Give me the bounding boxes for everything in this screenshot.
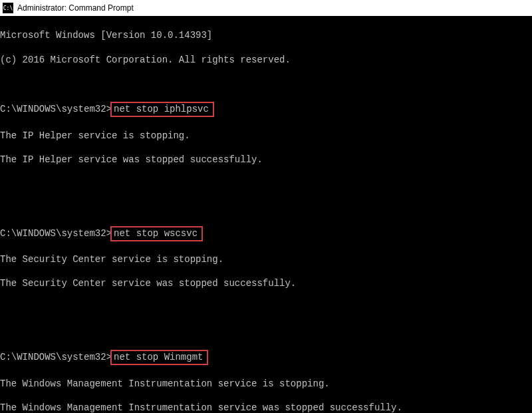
prompt-line: C:\WINDOWS\system32>net stop iphlpsvc	[0, 102, 532, 117]
prompt: C:\WINDOWS\system32>	[0, 228, 112, 239]
prompt: C:\WINDOWS\system32>	[0, 352, 112, 362]
prompt-line: C:\WINDOWS\system32>net stop wscsvc	[0, 226, 532, 241]
console-line: The IP Helper service is stopping.	[0, 130, 532, 142]
console-line: (c) 2016 Microsoft Corporation. All righ…	[0, 54, 532, 66]
command-highlight: net stop iphlpsvc	[110, 102, 214, 117]
prompt-line: C:\WINDOWS\system32>net stop Winmgmt	[0, 350, 532, 365]
command-highlight: net stop Winmgmt	[110, 350, 208, 365]
console-output[interactable]: Microsoft Windows [Version 10.0.14393] (…	[0, 16, 532, 413]
command-highlight: net stop wscsvc	[110, 226, 203, 241]
console-line: The Windows Management Instrumentation s…	[0, 402, 532, 413]
console-line: The Security Center service was stopped …	[0, 277, 532, 289]
cmd-icon: C:\	[3, 3, 13, 13]
console-line: The Windows Management Instrumentation s…	[0, 378, 532, 390]
console-line: The Security Center service is stopping.	[0, 253, 532, 265]
window-title: Administrator: Command Prompt	[17, 3, 134, 13]
console-line: Microsoft Windows [Version 10.0.14393]	[0, 29, 532, 41]
prompt: C:\WINDOWS\system32>	[0, 104, 112, 114]
console-line: The IP Helper service was stopped succes…	[0, 154, 532, 166]
window-titlebar: C:\ Administrator: Command Prompt	[0, 0, 532, 16]
